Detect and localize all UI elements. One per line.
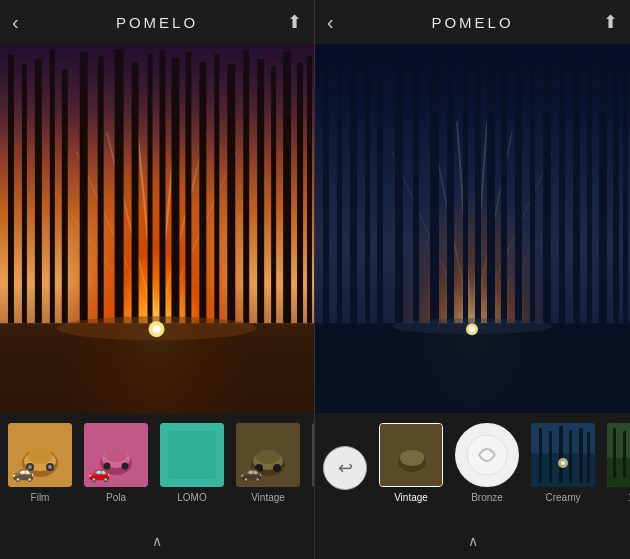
filter-creamy-thumb [531,423,595,487]
right-image-area [315,44,630,413]
left-export-button[interactable]: ⬆ [287,11,302,33]
filter-bw-thumb [312,423,314,487]
svg-rect-105 [549,431,552,483]
svg-point-47 [105,448,127,462]
left-filter-bar: Film Pola LOMO [0,413,314,523]
filter-film-thumb [8,423,72,487]
right-panel: ‹ POMELO ⬆ [315,0,630,559]
right-filter-bar: ↩ Vintage Bronze [315,413,630,523]
svg-rect-104 [539,428,542,483]
svg-point-39 [28,448,52,464]
left-header: ‹ POMELO ⬆ [0,0,314,44]
filter-1970[interactable]: 1970 [603,423,630,513]
left-back-button[interactable]: ‹ [12,11,19,34]
filter-bronze-label: Bronze [471,492,503,503]
right-bottom-nav: ∧ [315,523,630,559]
right-back-button[interactable]: ‹ [327,11,334,34]
svg-point-42 [28,465,32,469]
filter-vintage[interactable]: Vintage [232,423,304,513]
svg-point-49 [122,463,129,470]
filter-film[interactable]: Film [4,423,76,513]
filter-film-label: Film [31,492,50,503]
left-panel: ‹ POMELO ⬆ [0,0,315,559]
right-header: ‹ POMELO ⬆ [315,0,630,44]
filter-pola[interactable]: Pola [80,423,152,513]
svg-rect-114 [613,428,616,478]
svg-rect-59 [312,423,314,487]
svg-point-101 [467,435,507,475]
filter-pola-label: Pola [106,492,126,503]
filter-bronze-thumb [455,423,519,487]
undo-button[interactable]: ↩ [323,446,367,490]
right-nav-chevron[interactable]: ∧ [468,533,478,549]
svg-rect-106 [559,426,563,483]
filter-vintage-label: Vintage [251,492,285,503]
filter-bw[interactable]: B& [308,423,314,513]
svg-rect-51 [168,431,216,479]
filter-vintage2[interactable]: Vintage [375,423,447,513]
svg-rect-109 [587,432,590,483]
left-forest-bg [0,44,314,413]
svg-point-56 [255,464,263,472]
filter-pola-thumb [84,423,148,487]
svg-point-57 [273,464,281,472]
filter-1970-thumb [607,423,630,487]
left-bottom-nav: ∧ [0,523,314,559]
right-export-button[interactable]: ⬆ [603,11,618,33]
filter-creamy[interactable]: Creamy [527,423,599,513]
right-forest-bg [315,44,630,413]
filter-lomo[interactable]: LOMO [156,423,228,513]
svg-rect-113 [607,458,630,487]
left-nav-chevron[interactable]: ∧ [152,533,162,549]
filter-vintage-thumb [236,423,300,487]
filter-creamy-label: Creamy [545,492,580,503]
filter-lomo-label: LOMO [177,492,206,503]
svg-rect-107 [569,430,572,483]
svg-rect-115 [623,431,626,478]
filter-bronze[interactable]: Bronze [451,423,523,513]
svg-point-40 [26,463,34,471]
left-image-area [0,44,314,413]
filter-lomo-thumb [160,423,224,487]
svg-point-55 [256,450,280,464]
svg-rect-108 [579,428,583,483]
svg-point-100 [400,450,424,466]
right-app-title: POMELO [431,14,513,31]
undo-arrow-icon: ↩ [338,457,353,479]
filter-vintage2-thumb [379,423,443,487]
svg-point-43 [48,465,52,469]
svg-point-48 [104,463,111,470]
svg-point-111 [561,461,565,465]
filter-vintage2-label: Vintage [394,492,428,503]
left-app-title: POMELO [116,14,198,31]
